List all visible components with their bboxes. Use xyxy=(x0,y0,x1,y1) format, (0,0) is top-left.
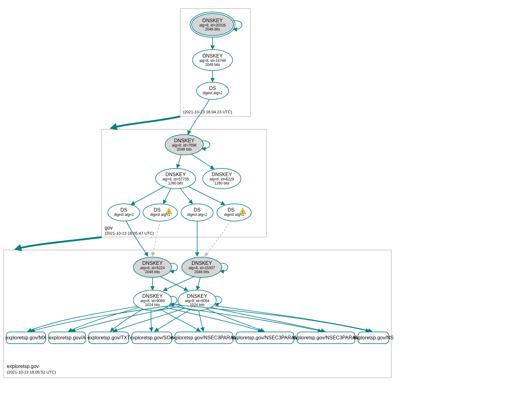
node-exploretsp-zsk2: DNSKEY alg=8, id=9054 1024 bits xyxy=(178,290,216,310)
svg-text:alg=8, id=7698: alg=8, id=7698 xyxy=(172,143,197,147)
node-gov-zsk1: DNSKEY alg=8, id=57735 1280 bits xyxy=(156,168,196,189)
svg-text:exploretsp.gov/NSEC3PARAM: exploretsp.gov/NSEC3PARAM xyxy=(170,335,238,340)
node-root-ksk: DNSKEY alg=8, id=20326 2048 bits xyxy=(190,12,235,37)
svg-text:exploretsp.gov/NSEC3PARAM: exploretsp.gov/NSEC3PARAM xyxy=(231,335,298,340)
svg-text:DNSKEY: DNSKEY xyxy=(142,293,163,299)
svg-text:!: ! xyxy=(168,210,169,214)
node-gov-ds1: DS digest alg=2 xyxy=(108,204,140,221)
svg-text:DNSKEY: DNSKEY xyxy=(187,293,207,299)
svg-text:exploretsp.gov/MX: exploretsp.gov/MX xyxy=(6,335,47,340)
svg-text:digest alg=2: digest alg=2 xyxy=(114,212,134,217)
node-root-zsk: DNSKEY alg=8, id=14748 2048 bits xyxy=(193,50,233,71)
svg-text:1280 bits: 1280 bits xyxy=(214,181,229,185)
svg-text:1280 bits: 1280 bits xyxy=(168,181,183,185)
svg-text:alg=8, id=20326: alg=8, id=20326 xyxy=(199,23,226,27)
svg-text:alg=8, id=6229: alg=8, id=6229 xyxy=(209,177,234,181)
node-exploretsp-ksk2: DNSKEY alg=8, id=15307 2048 bits xyxy=(182,257,222,277)
rrset-ns: exploretsp.gov/NS xyxy=(353,332,394,344)
svg-text:DNSKEY: DNSKEY xyxy=(174,138,194,143)
svg-text:alg=8, id=9054: alg=8, id=9054 xyxy=(185,299,209,303)
svg-text:DNSKEY: DNSKEY xyxy=(165,172,186,177)
svg-text:DNSKEY: DNSKEY xyxy=(202,18,223,23)
rrset-a: exploretsp.gov/A xyxy=(49,332,86,344)
dnssec-graph: . (2021-10-13 16:04:23 UTC) DNSKEY alg=8… xyxy=(0,0,532,400)
node-root-ds: DS digest alg=2 xyxy=(197,82,229,99)
node-gov-zsk2: DNSKEY alg=8, id=6229 1280 bits xyxy=(203,168,241,189)
zone-gov-label: gov xyxy=(105,225,113,230)
rrset-txt: exploretsp.gov/TXT xyxy=(87,332,130,344)
svg-text:DNSKEY: DNSKEY xyxy=(212,172,232,177)
svg-text:DS: DS xyxy=(228,207,234,212)
svg-text:2048 bits: 2048 bits xyxy=(145,270,160,274)
svg-text:alg=8, id=9069: alg=8, id=9069 xyxy=(140,299,165,303)
node-gov-ksk: DNSKEY alg=8, id=7698 2048 bits xyxy=(165,135,203,155)
rrset-mx: exploretsp.gov/MX xyxy=(6,332,47,344)
svg-text:DS: DS xyxy=(120,207,127,212)
svg-text:exploretsp.gov/A: exploretsp.gov/A xyxy=(49,335,86,340)
svg-text:exploretsp.gov/NSEC3PARAM: exploretsp.gov/NSEC3PARAM xyxy=(292,335,359,340)
svg-text:alg=8, id=15307: alg=8, id=15307 xyxy=(189,266,215,270)
svg-text:1024 bits: 1024 bits xyxy=(145,303,160,307)
node-gov-ds3: DS digest alg=2 xyxy=(181,204,213,221)
svg-text:2048 bits: 2048 bits xyxy=(177,147,192,152)
svg-text:digest alg=2: digest alg=2 xyxy=(202,91,222,95)
svg-text:alg=8, id=14748: alg=8, id=14748 xyxy=(199,59,226,63)
zone-gov-timestamp: (2021-10-13 16:05:47 UTC) xyxy=(105,231,154,236)
svg-text:!: ! xyxy=(242,210,243,214)
zone-exploretsp-label: exploretsp.gov xyxy=(7,364,39,369)
svg-text:digest alg=2: digest alg=2 xyxy=(187,212,207,217)
svg-text:2048 bits: 2048 bits xyxy=(205,27,220,31)
rrset-nsec3param-3: exploretsp.gov/NSEC3PARAM xyxy=(292,332,359,344)
svg-text:DS: DS xyxy=(154,207,160,212)
zone-root-label: . xyxy=(183,103,184,109)
svg-text:DS: DS xyxy=(194,207,201,212)
svg-text:exploretsp.gov/TXT: exploretsp.gov/TXT xyxy=(87,335,130,340)
svg-text:alg=8, id=5224: alg=8, id=5224 xyxy=(140,266,165,270)
node-gov-ds2: DS digest alg=1 ! xyxy=(143,204,177,221)
rrset-nsec3param-2: exploretsp.gov/NSEC3PARAM xyxy=(231,332,298,344)
svg-text:exploretsp.gov/NS: exploretsp.gov/NS xyxy=(353,335,394,340)
svg-text:DS: DS xyxy=(209,86,216,91)
svg-text:DNSKEY: DNSKEY xyxy=(192,261,212,266)
zone-root-timestamp: (2021-10-13 16:04:23 UTC) xyxy=(183,110,232,114)
node-exploretsp-ksk1: DNSKEY alg=8, id=5224 2048 bits xyxy=(133,257,172,277)
rrset-soa: exploretsp.gov/SOA xyxy=(130,332,174,344)
rrset-nsec3param-1: exploretsp.gov/NSEC3PARAM xyxy=(170,332,238,344)
svg-text:DNSKEY: DNSKEY xyxy=(142,261,163,266)
svg-text:exploretsp.gov/SOA: exploretsp.gov/SOA xyxy=(130,335,174,340)
svg-text:DNSKEY: DNSKEY xyxy=(202,53,223,59)
svg-text:2048 bits: 2048 bits xyxy=(194,270,209,274)
node-gov-ds4: DS digest alg=1 ! xyxy=(217,204,251,221)
zone-exploretsp-timestamp: (2021-10-13 16:05:52 UTC) xyxy=(7,370,56,374)
svg-text:2048 bits: 2048 bits xyxy=(205,63,220,67)
svg-text:alg=8, id=57735: alg=8, id=57735 xyxy=(162,177,189,181)
